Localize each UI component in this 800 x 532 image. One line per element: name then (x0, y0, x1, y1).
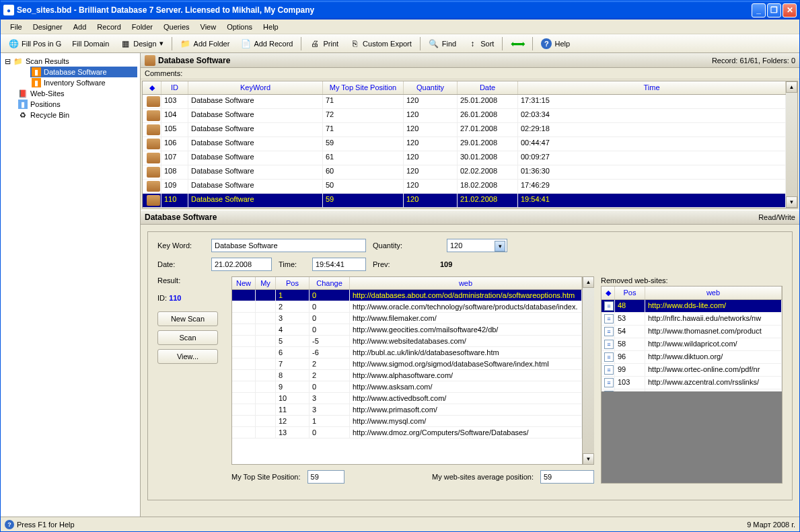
col-pos-rm[interactable]: Pos (615, 287, 645, 299)
list-item[interactable]: ≡99http://www.ortec-online.com/pdf/nr (602, 364, 782, 377)
results-scrollbar[interactable]: ▲ ▼ (583, 276, 594, 465)
time-label: Time: (279, 260, 305, 268)
view-button[interactable]: View... (157, 349, 218, 364)
col-web[interactable]: web (350, 277, 582, 289)
list-item[interactable]: 82http://www.alphasoftware.com/ (232, 370, 582, 381)
menu-folder[interactable]: Folder (126, 22, 158, 32)
menu-file[interactable]: File (5, 22, 28, 32)
date-input[interactable] (211, 258, 272, 271)
tree-inventory-software[interactable]: ▮Inventory Software (30, 77, 137, 88)
tree-recycle[interactable]: ♻Recycle Bin (17, 110, 137, 120)
tree-database-software[interactable]: ▮Database Software (30, 67, 137, 77)
detail-panel: Key Word: Quantity: 120 Date: Time: Prev… (141, 225, 799, 517)
list-item[interactable]: ≡53http://nflrc.hawaii.edu/networks/nw (602, 313, 782, 326)
tree-root[interactable]: ⊟📁Scan Results (3, 56, 137, 67)
print-button[interactable]: 🖨Print (305, 36, 343, 51)
quantity-combo[interactable]: 120 (447, 239, 507, 252)
find-button[interactable]: 🔍Find (424, 36, 461, 51)
scan-button[interactable]: Scan (157, 330, 218, 345)
dropdown-icon: ▾ (159, 39, 163, 48)
list-item[interactable]: ≡58http://www.wildapricot.com/ (602, 338, 782, 351)
list-item[interactable]: 130http://www.dmoz.org/Computers/Softwar… (232, 427, 582, 439)
list-item[interactable]: 6-6http://bubl.ac.uk/link/d/databasesoft… (232, 347, 582, 358)
avgpos-input[interactable] (540, 470, 594, 484)
list-item[interactable]: 121http://www.mysql.com/ (232, 416, 582, 427)
recycle-icon: ♻ (18, 110, 28, 120)
list-item[interactable]: 10http://databases.about.com/od/administ… (232, 290, 582, 301)
title-bar[interactable]: ● Seo_sites.bbd - Brilliant Database 7 S… (1, 1, 799, 20)
minimize-button[interactable]: _ (752, 3, 766, 17)
col-marker[interactable]: ◆ (143, 81, 161, 94)
table-row[interactable]: 106Database Software5912029.01.200800:44… (143, 137, 786, 151)
new-scan-button[interactable]: New Scan (157, 311, 218, 326)
col-marker-rm[interactable]: ◆ (602, 287, 615, 299)
list-item[interactable]: 90http://www.asksam.com/ (232, 381, 582, 393)
scroll-down-icon[interactable]: ▼ (786, 196, 797, 208)
maximize-button[interactable]: ❐ (767, 3, 781, 17)
list-item[interactable]: ≡103http://www.azcentral.com/rsslinks/ (602, 377, 782, 389)
col-keyword[interactable]: KeyWord (188, 81, 323, 94)
col-time[interactable]: Time (518, 81, 786, 94)
scroll-down-icon[interactable]: ▼ (583, 453, 594, 465)
col-change[interactable]: Change (310, 277, 350, 289)
menu-designer[interactable]: Designer (28, 22, 68, 32)
sort-button[interactable]: ↕Sort (462, 36, 499, 51)
custom-export-button[interactable]: ⎘Custom Export (344, 36, 416, 51)
list-item[interactable]: 113http://www.primasoft.com/ (232, 404, 582, 416)
menu-help[interactable]: Help (258, 22, 284, 32)
col-new[interactable]: New (232, 277, 256, 289)
help-button[interactable]: ?Help (536, 36, 575, 51)
col-date[interactable]: Date (458, 81, 518, 94)
time-input[interactable] (312, 258, 366, 271)
design-button[interactable]: ▦Design▾ (115, 36, 168, 51)
table-row[interactable]: 109Database Software5012018.02.200817:46… (143, 180, 786, 194)
table-row[interactable]: 110Database Software5912021.02.200819:54… (143, 194, 786, 208)
col-position[interactable]: My Top Site Position (323, 81, 404, 94)
col-my[interactable]: My (256, 277, 276, 289)
table-row[interactable]: 103Database Software7112025.01.200817:31… (143, 95, 786, 109)
menu-add[interactable]: Add (68, 22, 92, 32)
keyword-input[interactable] (211, 239, 366, 252)
doc-icon: ▮ (32, 67, 41, 77)
col-pos-r[interactable]: Pos (276, 277, 310, 289)
menu-queries[interactable]: Queries (158, 22, 195, 32)
collapse-icon[interactable]: ⊟ (5, 57, 11, 66)
list-item[interactable]: 103http://www.activedbsoft.com/ (232, 393, 582, 404)
table-row[interactable]: 105Database Software7112027.01.200802:29… (143, 123, 786, 137)
list-item[interactable]: 20http://www.oracle.com/technology/softw… (232, 301, 582, 313)
col-id[interactable]: ID (161, 81, 188, 94)
list-item[interactable]: 5-5http://www.websitedatabases.com/ (232, 336, 582, 347)
scroll-up-icon[interactable]: ▲ (786, 81, 797, 93)
col-quantity[interactable]: Quantity (404, 81, 458, 94)
fill-pos-button[interactable]: 🌐Fill Pos in G (3, 36, 66, 51)
list-item[interactable]: ≡48http://www.dds-lite.com/ (602, 300, 782, 313)
table-row[interactable]: 107Database Software6112030.01.200800:09… (143, 151, 786, 165)
menu-options[interactable]: Options (221, 22, 258, 32)
list-item[interactable]: 40http://www.geocities.com/mailsoftware4… (232, 324, 582, 336)
col-web-rm[interactable]: web (645, 287, 782, 299)
toolbar: 🌐Fill Pos in G Fill Domain ▦Design▾ 📁Add… (1, 34, 799, 53)
sort-icon: ↕ (467, 38, 478, 49)
scroll-up-icon[interactable]: ▲ (583, 276, 594, 288)
list-item[interactable]: ≡54http://www.thomasnet.com/product (602, 326, 782, 338)
add-folder-button[interactable]: 📁Add Folder (176, 36, 235, 51)
toppos-input[interactable] (307, 470, 344, 484)
nav-arrows[interactable]: ⬅➡ (506, 36, 529, 51)
list-item[interactable]: ≡96http://www.diktuon.org/ (602, 351, 782, 364)
avgpos-label: My web-sites average position: (432, 473, 534, 481)
detail-title: Database Software (145, 213, 217, 222)
tree-websites[interactable]: 📕Web-Sites (17, 88, 137, 99)
menu-view[interactable]: View (195, 22, 222, 32)
table-row[interactable]: 104Database Software7212026.01.200802:03… (143, 109, 786, 123)
id-value: 110 (169, 294, 181, 302)
list-item[interactable]: 30http://www.filemaker.com/ (232, 313, 582, 324)
records-scrollbar[interactable]: ▲ ▼ (786, 81, 797, 208)
add-record-button[interactable]: 📄Add Record (235, 36, 297, 51)
fill-domain-button[interactable]: Fill Domain (67, 38, 114, 50)
tree-positions[interactable]: ▮Positions (17, 99, 137, 110)
prev-label: Prev: (373, 260, 400, 268)
menu-record[interactable]: Record (92, 22, 126, 32)
table-row[interactable]: 108Database Software6012002.02.200801:36… (143, 165, 786, 180)
list-item[interactable]: 72http://www.sigmod.org/sigmod/databaseS… (232, 358, 582, 370)
close-button[interactable]: ✕ (783, 3, 797, 17)
